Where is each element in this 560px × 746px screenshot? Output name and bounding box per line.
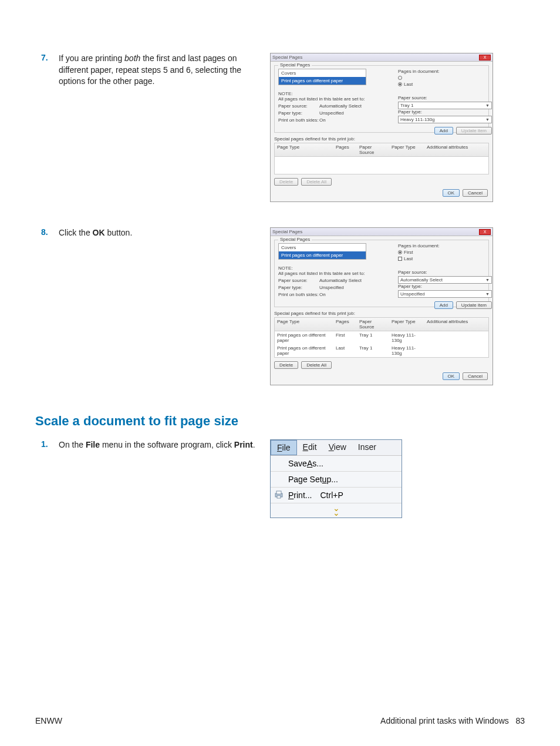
delete-button[interactable]: Delete: [274, 361, 298, 369]
kv-papertype-k: Paper type:: [278, 285, 319, 290]
radio-last[interactable]: [398, 82, 402, 86]
menu-expand[interactable]: ⌄⌄: [271, 503, 402, 518]
step1-post: .: [253, 440, 255, 449]
delete-button[interactable]: Delete: [274, 178, 298, 186]
step7-number: 7.: [35, 53, 59, 62]
menubar-view[interactable]: View: [323, 440, 352, 455]
listbox-item-diffpaper[interactable]: Print pages on different paper: [279, 77, 366, 85]
kv-papersource-v: Automatically Select: [319, 278, 362, 283]
updateitem-button[interactable]: Update item: [456, 301, 492, 309]
groupbox-label: Special Pages: [278, 237, 312, 242]
special-pages-dialog-2: Special Pages X Special Pages Covers Pri…: [270, 227, 493, 385]
papersource-dropdown[interactable]: Automatically Select▼: [398, 276, 492, 284]
close-icon[interactable]: X: [479, 55, 491, 61]
papersource-dropdown[interactable]: Tray 1▼: [398, 102, 492, 109]
pagesindoc-label: Pages in document:: [398, 243, 492, 248]
chevron-down-icon: ▼: [485, 103, 490, 107]
kv-printboth-k: Print on both sides:: [278, 117, 319, 123]
kv-papertype-v: Unspecified: [319, 110, 344, 116]
right-papersource-label: Paper source:: [398, 270, 492, 275]
footer-page-number: 83: [515, 716, 525, 725]
table-body-empty: [274, 157, 489, 174]
step1-file: File: [86, 440, 100, 449]
row2-pagetype: Print pages on different paper: [275, 344, 333, 357]
table-row[interactable]: Print pages on different paper First Tra…: [275, 331, 488, 344]
papertype-dropdown[interactable]: Unspecified▼: [398, 290, 492, 298]
papertype-dropdown[interactable]: Heavy 111-130g▼: [398, 116, 492, 123]
col-source: Paper Source: [357, 143, 389, 156]
pagesindoc-label: Pages in document:: [398, 69, 492, 74]
col-attrs: Additional attributes: [424, 318, 488, 331]
table-body: Print pages on different paper First Tra…: [274, 331, 489, 358]
radio-last-label: Last: [404, 256, 413, 261]
step8-pre: Click the: [59, 228, 93, 237]
menubar-insert[interactable]: Inser: [352, 440, 382, 455]
menubar-edit[interactable]: Edit: [297, 440, 323, 455]
step1-number: 1.: [35, 439, 59, 449]
chevron-down-icon: ▼: [485, 117, 490, 122]
row2-pages: Last: [333, 344, 357, 357]
footer-right-text: Additional print tasks with Windows: [380, 716, 509, 725]
kv-papertype-v: Unspecified: [319, 285, 344, 290]
menu-pagesetup[interactable]: Page Setup...: [271, 472, 402, 488]
radio-first[interactable]: [398, 250, 402, 254]
step1-text: On the File menu in the software program…: [59, 439, 258, 451]
ok-button[interactable]: OK: [443, 372, 460, 380]
svg-rect-1: [276, 491, 281, 494]
pagetype-listbox[interactable]: Covers Print pages on different paper: [278, 69, 366, 85]
deleteall-button[interactable]: Delete All: [301, 178, 332, 186]
kv-papertype-k: Paper type:: [278, 110, 319, 116]
cancel-button[interactable]: Cancel: [463, 189, 488, 197]
menu-saveas[interactable]: Save As...: [271, 456, 402, 472]
kv-printboth-k: Print on both sides:: [278, 292, 319, 297]
checkbox-last[interactable]: [398, 257, 402, 261]
file-menu-illustration: File Edit View Inser Save As... Page Set…: [270, 439, 402, 518]
add-button[interactable]: Add: [434, 301, 453, 309]
menubar-file[interactable]: File: [271, 440, 297, 455]
col-pages: Pages: [333, 143, 357, 156]
page-footer: ENWW Additional print tasks with Windows…: [35, 716, 525, 725]
specialdef-label: Special pages defined for this print job…: [274, 136, 489, 142]
ok-button[interactable]: OK: [443, 189, 460, 197]
right-papertype-label: Paper type:: [398, 284, 492, 289]
col-ptype: Paper Type: [389, 318, 424, 331]
row1-pages: First: [333, 331, 357, 344]
titlebar: Special Pages X: [271, 228, 492, 236]
specialdef-label: Special pages defined for this print job…: [274, 311, 489, 316]
row2-ptype: Heavy 111-130g: [389, 344, 424, 357]
add-button[interactable]: Add: [434, 127, 453, 135]
updateitem-button[interactable]: Update item: [456, 127, 492, 135]
papertype-value: Heavy 111-130g: [400, 117, 435, 122]
radio-first[interactable]: [398, 76, 402, 80]
deleteall-button[interactable]: Delete All: [301, 361, 332, 369]
step1-mid: menu in the software program, click: [100, 440, 234, 449]
papersource-value: Tray 1: [400, 103, 413, 108]
kv-papersource-k: Paper source:: [278, 278, 319, 283]
listbox-item-covers[interactable]: Covers: [279, 69, 366, 77]
step1-print: Print: [234, 440, 253, 449]
papersource-value: Automatically Select: [400, 277, 443, 283]
step7-both: both: [124, 53, 140, 63]
printer-icon: [274, 490, 284, 499]
row1-ptype: Heavy 111-130g: [389, 331, 424, 344]
listbox-item-diffpaper[interactable]: Print pages on different paper: [279, 251, 366, 259]
listbox-item-covers[interactable]: Covers: [279, 244, 366, 251]
col-attrs: Additional attributes: [424, 143, 488, 156]
kv-printboth-v: On: [319, 117, 326, 123]
step8-ok: OK: [93, 228, 105, 237]
step8-text: Click the OK button.: [59, 227, 258, 239]
pagetype-listbox[interactable]: Covers Print pages on different paper: [278, 243, 366, 260]
row1-source: Tray 1: [357, 331, 389, 344]
cancel-button[interactable]: Cancel: [463, 372, 488, 380]
col-pagetype: Page Type: [275, 143, 333, 156]
close-icon[interactable]: X: [479, 229, 491, 235]
table-header: Page Type Pages Paper Source Paper Type …: [274, 143, 489, 157]
dialog-title: Special Pages: [272, 55, 302, 60]
table-row[interactable]: Print pages on different paper Last Tray…: [275, 344, 488, 357]
groupbox-label: Special Pages: [278, 62, 312, 68]
right-papersource-label: Paper source:: [398, 95, 492, 100]
col-pages: Pages: [333, 318, 357, 331]
col-pagetype: Page Type: [275, 318, 333, 331]
radio-first-label: First: [404, 250, 413, 255]
menu-print[interactable]: Print...Ctrl+P: [271, 488, 402, 503]
